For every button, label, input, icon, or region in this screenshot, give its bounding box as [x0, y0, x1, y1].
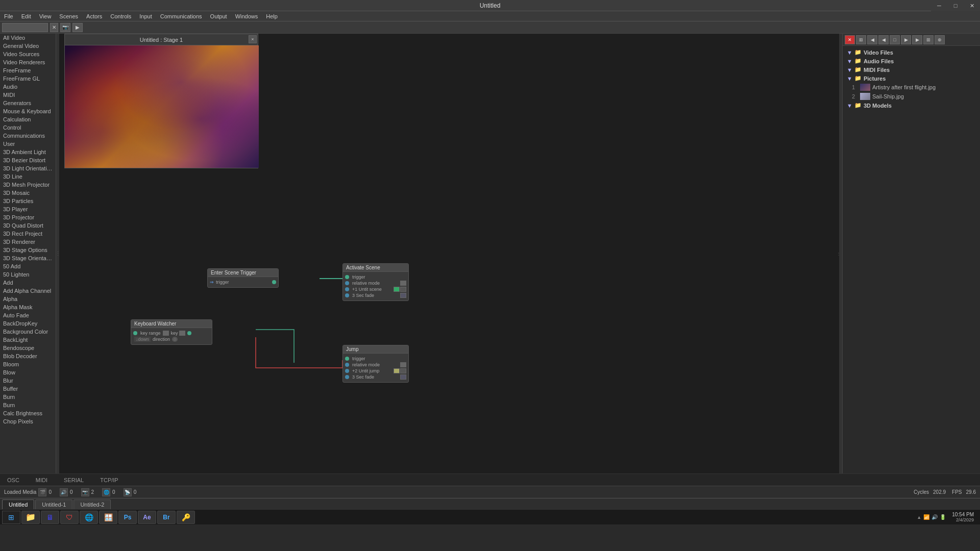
- sidebar-item-mouse-keyboard[interactable]: Mouse & Keyboard: [0, 107, 56, 115]
- sidebar-item-3d-light-orientation[interactable]: 3D Light Orientatio...: [0, 164, 56, 172]
- sidebar-item-3d-renderer[interactable]: 3D Renderer: [0, 238, 56, 246]
- section-pictures[interactable]: ▼ 📁 Pictures: [845, 74, 978, 83]
- sidebar-item-3d-rect[interactable]: 3D Rect Project: [0, 230, 56, 238]
- rp-btn-7[interactable]: ⊞: [923, 35, 934, 44]
- sidebar-item-blow[interactable]: Blow: [0, 368, 56, 377]
- sidebar-item-3d-mosaic[interactable]: 3D Mosaic: [0, 189, 56, 197]
- taskbar-start-button[interactable]: ⊞: [2, 511, 20, 524]
- tab-untitled-1[interactable]: Untitled-1: [35, 499, 72, 509]
- activate-mode-input[interactable]: [345, 281, 349, 285]
- taskbar-app-photoshop[interactable]: Ps: [118, 511, 137, 524]
- osc-item-serial[interactable]: SERIAL: [61, 476, 87, 484]
- taskbar-app-win[interactable]: 🪟: [99, 511, 117, 524]
- sidebar-item-add[interactable]: Add: [0, 279, 56, 287]
- menu-file[interactable]: File: [0, 12, 17, 20]
- menu-windows[interactable]: Windows: [231, 12, 262, 20]
- kw-key-input[interactable]: [133, 331, 137, 335]
- jump-scene-btn[interactable]: [400, 368, 406, 373]
- section-audio-files[interactable]: ▼ 📁 Audio Files: [845, 57, 978, 65]
- sidebar-item-calc-brightness[interactable]: Calc Brightness: [0, 409, 56, 417]
- sidebar-item-3d-projector[interactable]: 3D Projector: [0, 213, 56, 221]
- menu-help[interactable]: Help: [262, 12, 282, 20]
- sidebar-item-blur[interactable]: Blur: [0, 377, 56, 385]
- sidebar-item-burn2[interactable]: Burn: [0, 401, 56, 409]
- taskbar-clock[interactable]: 10:54 PM 2/4/2029: [952, 512, 978, 522]
- sidebar-item-3d-player[interactable]: 3D Player: [0, 205, 56, 213]
- kw-dir-value[interactable]: ○: [172, 337, 178, 342]
- activate-mode-value[interactable]: [400, 281, 406, 286]
- sidebar-item-3d-particles[interactable]: 3D Particles: [0, 197, 56, 205]
- sidebar-item-general-video[interactable]: General Video: [0, 42, 56, 50]
- rp-btn-red[interactable]: ✕: [845, 35, 855, 44]
- rp-btn-3[interactable]: ◀: [878, 35, 889, 44]
- menu-view[interactable]: View: [35, 12, 56, 20]
- picture-item-1[interactable]: 1 Artistry after first flight.jpg: [850, 83, 978, 92]
- sidebar-item-bloom[interactable]: Bloom: [0, 360, 56, 368]
- kw-key-output[interactable]: [187, 331, 191, 335]
- rp-btn-4[interactable]: □: [890, 35, 900, 44]
- menu-output[interactable]: Output: [206, 12, 231, 20]
- jump-mode-value[interactable]: [400, 362, 406, 367]
- activate-scene-btn[interactable]: [400, 287, 406, 292]
- sidebar-item-3d-bezier[interactable]: 3D Bezier Distort: [0, 156, 56, 164]
- jump-fade-value[interactable]: [400, 374, 406, 380]
- sidebar-item-backdropkey[interactable]: BackDropKey: [0, 319, 56, 328]
- taskbar-app-av[interactable]: 🛡: [60, 511, 79, 524]
- sidebar-item-all-video[interactable]: All Video: [0, 34, 56, 42]
- sidebar-item-alpha[interactable]: Alpha: [0, 295, 56, 303]
- osc-item-midi[interactable]: MIDI: [33, 476, 51, 484]
- sidebar-item-chop-pixels[interactable]: Chop Pixels: [0, 417, 56, 425]
- sidebar-item-backlight[interactable]: BackLight: [0, 336, 56, 344]
- activate-fade-value[interactable]: [400, 293, 406, 298]
- taskbar-app-key[interactable]: 🔑: [177, 511, 195, 524]
- jump-fade-input[interactable]: [345, 375, 349, 379]
- jump-trigger-input[interactable]: [345, 357, 349, 361]
- sidebar-item-blob-decoder[interactable]: Blob Decoder: [0, 352, 56, 360]
- stage-close-button[interactable]: ×: [249, 35, 257, 43]
- sidebar-item-3d-stage-options[interactable]: 3D Stage Options: [0, 246, 56, 254]
- sidebar-item-background-color[interactable]: Background Color: [0, 328, 56, 336]
- jump-mode-input[interactable]: [345, 363, 349, 367]
- maximize-button[interactable]: □: [947, 0, 964, 11]
- close-button[interactable]: ✕: [964, 0, 980, 11]
- sidebar-item-video-sources[interactable]: Video Sources: [0, 50, 56, 58]
- play-button[interactable]: ▶: [72, 23, 83, 32]
- osc-item-osc[interactable]: OSC: [4, 476, 22, 484]
- sidebar-item-generators[interactable]: Generators: [0, 99, 56, 107]
- kw-key-value[interactable]: [163, 331, 169, 336]
- activate-trigger-input[interactable]: [345, 275, 349, 279]
- sidebar-item-audio[interactable]: Audio: [0, 83, 56, 91]
- section-video-files[interactable]: ▼ 📁 Video Files: [845, 48, 978, 57]
- activate-scene-input[interactable]: [345, 287, 349, 291]
- menu-actors[interactable]: Actors: [82, 12, 106, 20]
- rp-btn-1[interactable]: ⊞: [856, 35, 866, 44]
- jump-scene-value[interactable]: [394, 368, 400, 373]
- activate-scene-value[interactable]: [394, 287, 400, 292]
- taskbar-app-ae[interactable]: Ae: [138, 511, 156, 524]
- minimize-button[interactable]: ─: [931, 0, 947, 11]
- rp-btn-6[interactable]: ▶: [912, 35, 922, 44]
- trigger-output-port[interactable]: [272, 280, 276, 284]
- sidebar-item-50lighten[interactable]: 50 Lighten: [0, 270, 56, 279]
- picture-item-2[interactable]: 2 Sail-Ship.jpg: [850, 92, 978, 101]
- taskbar-app-explorer[interactable]: 📁: [21, 511, 40, 524]
- menu-scenes[interactable]: Scenes: [55, 12, 82, 20]
- sidebar-item-user[interactable]: User: [0, 140, 56, 148]
- sidebar-item-3d-quad[interactable]: 3D Quad Distort: [0, 221, 56, 230]
- sidebar-item-3d-mesh[interactable]: 3D Mesh Projector: [0, 181, 56, 189]
- taskbar-app-chrome[interactable]: 🌐: [80, 511, 98, 524]
- menu-edit[interactable]: Edit: [17, 12, 35, 20]
- taskbar-app-ie[interactable]: 🖥: [41, 511, 59, 524]
- sidebar-item-video-renderers[interactable]: Video Renderers: [0, 58, 56, 66]
- search-input[interactable]: [2, 23, 48, 32]
- rp-btn-2[interactable]: ◀: [867, 35, 877, 44]
- section-midi-files[interactable]: ▼ 📁 MIDI Files: [845, 65, 978, 74]
- right-resize-handle[interactable]: ⋮⋮: [839, 34, 842, 473]
- sidebar-item-control[interactable]: Control: [0, 123, 56, 132]
- sidebar-item-bendoscope[interactable]: Bendoscope: [0, 344, 56, 352]
- sidebar-item-3d-stage-orient[interactable]: 3D Stage Orientati...: [0, 254, 56, 262]
- rp-btn-8[interactable]: ⊕: [935, 35, 945, 44]
- sidebar-item-midi[interactable]: MIDI: [0, 91, 56, 99]
- sidebar-item-calculation[interactable]: Calculation: [0, 115, 56, 123]
- jump-scene-input[interactable]: [345, 369, 349, 373]
